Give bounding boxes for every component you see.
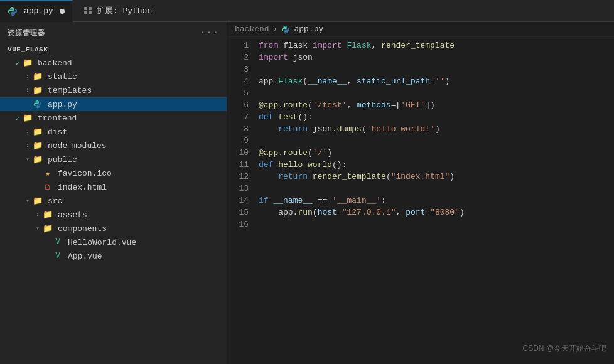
code-line-5 — [259, 87, 614, 99]
tab-app-py[interactable]: app.py — [0, 0, 73, 22]
star-file-icon: ★ — [43, 168, 53, 178]
chevron-spacer — [23, 99, 33, 109]
chevron-closed-icon — [23, 141, 33, 151]
code-line-15: app.run(host="127.0.0.1", port="8080") — [259, 206, 614, 218]
line-number-10: 10 — [227, 147, 249, 159]
folder-icon: 📁 — [33, 72, 43, 82]
line-number-12: 12 — [227, 171, 249, 183]
chevron-open-icon — [23, 196, 33, 206]
tree-item-label: components — [58, 224, 107, 233]
tree-item-dist[interactable]: 📁dist — [0, 125, 227, 139]
breadcrumb-separator: › — [273, 24, 278, 34]
tree-item-public[interactable]: 📁public — [0, 153, 227, 166]
line-number-1: 1 — [227, 40, 249, 51]
extensions-icon — [83, 6, 93, 16]
code-line-11: def hello_world(): — [259, 159, 614, 171]
tree-item-label: favicon.ico — [58, 169, 112, 178]
tree-item-App.vue[interactable]: VApp.vue — [0, 249, 227, 263]
tab-filename: app.py — [24, 6, 53, 16]
chevron-open-icon — [33, 223, 43, 233]
svg-rect-1 — [89, 7, 92, 10]
sidebar-more-button[interactable]: ··· — [200, 27, 219, 38]
tree-item-src[interactable]: 📁src — [0, 194, 227, 208]
chevron-closed-icon — [33, 210, 43, 220]
tree-item-HelloWorld.vue[interactable]: VHelloWorld.vue — [0, 235, 227, 249]
sidebar-header: 资源管理器 ··· — [0, 22, 227, 43]
svg-rect-0 — [84, 7, 87, 10]
python-file-icon — [33, 99, 43, 109]
tree-item-app.py[interactable]: app.py — [0, 97, 227, 111]
vue-file-icon: V — [53, 251, 63, 261]
folder-icon: 📁 — [33, 85, 43, 95]
line-number-11: 11 — [227, 159, 249, 171]
tab-modified-dot — [60, 9, 65, 14]
tree-item-node_modules[interactable]: 📁node_modules — [0, 139, 227, 153]
chevron-open-icon — [23, 154, 33, 164]
tree-item-label: index.html — [58, 183, 107, 192]
tree-item-templates[interactable]: 📁templates — [0, 83, 227, 97]
tab-extensions[interactable]: 扩展: Python — [73, 0, 162, 22]
tree-item-label: src — [48, 196, 62, 206]
folder-icon: 📁 — [33, 196, 43, 206]
chevron-spacer — [43, 251, 53, 261]
line-number-2: 2 — [227, 51, 249, 63]
line-number-7: 7 — [227, 111, 249, 123]
line-number-4: 4 — [227, 75, 249, 87]
code-line-13 — [259, 183, 614, 195]
svg-rect-3 — [89, 11, 92, 14]
folder-icon: 📁 — [23, 113, 33, 123]
folder-icon: 📁 — [23, 58, 33, 68]
tree-item-assets[interactable]: 📁assets — [0, 208, 227, 222]
tree-item-static[interactable]: 📁static — [0, 70, 227, 83]
code-line-7: def test(): — [259, 111, 614, 123]
code-area[interactable]: 12345678910111213141516 from flask impor… — [227, 37, 614, 364]
code-line-14: if __name__ == '__main__': — [259, 195, 614, 206]
line-number-9: 9 — [227, 135, 249, 147]
tree-item-label: dist — [48, 127, 67, 137]
line-number-3: 3 — [227, 63, 249, 75]
breadcrumb-filename: app.py — [294, 24, 323, 34]
folder-icon: 📁 — [43, 210, 53, 220]
tree-item-index.html[interactable]: 🗋index.html — [0, 180, 227, 194]
python-tab-icon — [8, 6, 18, 16]
editor-area[interactable]: 12345678910111213141516 from flask impor… — [227, 37, 614, 364]
code-line-2: import json — [259, 51, 614, 63]
svg-rect-2 — [84, 11, 87, 14]
sidebar-title: 资源管理器 — [8, 28, 45, 38]
line-number-5: 5 — [227, 87, 249, 99]
breadcrumb-backend: backend — [235, 24, 269, 34]
code-line-3 — [259, 63, 614, 75]
chevron-check-icon — [13, 113, 23, 123]
tree-item-label: HelloWorld.vue — [68, 238, 136, 247]
tree-item-backend[interactable]: 📁backend — [0, 56, 227, 70]
tree-item-frontend[interactable]: 📁frontend — [0, 111, 227, 125]
line-number-13: 13 — [227, 183, 249, 195]
line-number-15: 15 — [227, 206, 249, 218]
chevron-spacer — [43, 237, 53, 247]
code-line-6: @app.route('/test', methods=['GET']) — [259, 99, 614, 111]
chevron-closed-icon — [23, 85, 33, 95]
folder-icon: 📁 — [33, 127, 43, 137]
tree-item-label: static — [48, 72, 77, 82]
line-number-6: 6 — [227, 99, 249, 111]
folder-icon: 📁 — [33, 141, 43, 151]
line-number-16: 16 — [227, 218, 249, 230]
tree-item-label: assets — [58, 210, 87, 220]
code-line-8: return json.dumps('hello world!') — [259, 123, 614, 135]
tree-item-favicon.ico[interactable]: ★favicon.ico — [0, 166, 227, 180]
code-line-12: return render_template("index.html") — [259, 171, 614, 183]
tree-item-label: frontend — [38, 114, 77, 123]
tree-item-components[interactable]: 📁components — [0, 222, 227, 235]
tree-item-label: templates — [48, 86, 92, 95]
top-bar: app.py 扩展: Python — [0, 0, 614, 22]
folder-icon: 📁 — [33, 154, 43, 164]
watermark: CSDN @今天开始奋斗吧 — [522, 343, 606, 354]
code-line-1: from flask import Flask, render_template — [259, 40, 614, 51]
main-layout: 资源管理器 ··· VUE_FLASK 📁backend📁static📁temp… — [0, 22, 614, 364]
code-line-4: app=Flask(__name__, static_url_path='') — [259, 75, 614, 87]
chevron-closed-icon — [23, 72, 33, 82]
html-file-icon: 🗋 — [43, 182, 53, 192]
extensions-label: 扩展: Python — [97, 5, 152, 16]
code-line-9 — [259, 135, 614, 147]
vue-file-icon: V — [53, 237, 63, 247]
